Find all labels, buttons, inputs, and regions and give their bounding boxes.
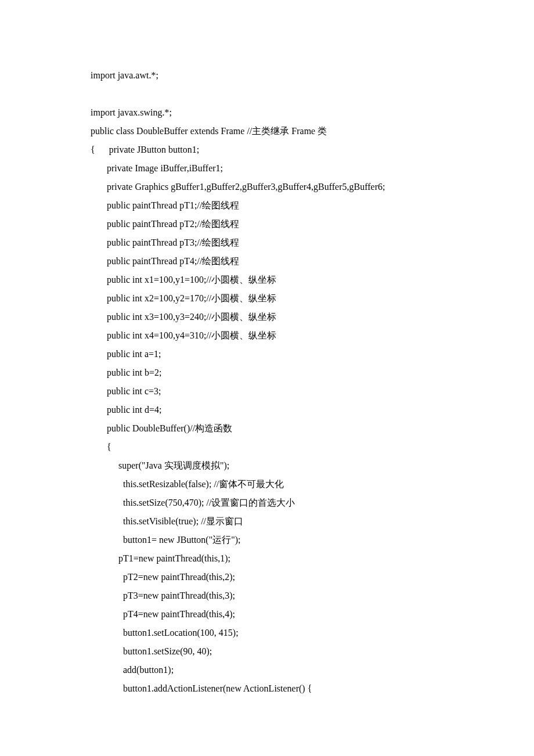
code-line: public paintThread pT4;//绘图线程 <box>91 252 443 271</box>
blank-line <box>91 85 443 103</box>
code-line: pT1=new paintThread(this,1); <box>91 549 443 568</box>
code-line: public int x1=100,y1=100;//小圆横、纵坐标 <box>91 271 443 289</box>
code-line: button1= new JButton("运行"); <box>91 531 443 549</box>
code-line: { private JButton button1; <box>91 141 443 159</box>
code-line: public paintThread pT2;//绘图线程 <box>91 215 443 233</box>
code-line: this.setVisible(true); //显示窗口 <box>91 512 443 531</box>
code-line: this.setResizable(false); //窗体不可最大化 <box>91 475 443 494</box>
code-line: pT3=new paintThread(this,3); <box>91 586 443 605</box>
code-line: import javax.swing.*; <box>91 103 443 122</box>
code-line: super("Java 实现调度模拟"); <box>91 456 443 475</box>
code-line: public int a=1; <box>91 345 443 363</box>
code-line: public int c=3; <box>91 382 443 401</box>
code-line: button1.addActionListener(new ActionList… <box>91 679 443 698</box>
code-line: pT4=new paintThread(this,4); <box>91 605 443 624</box>
code-line: public class DoubleBuffer extends Frame … <box>91 122 443 141</box>
code-line: public paintThread pT3;//绘图线程 <box>91 233 443 252</box>
code-line: public int x3=100,y3=240;//小圆横、纵坐标 <box>91 308 443 326</box>
code-line: public DoubleBuffer()//构造函数 <box>91 419 443 438</box>
code-line: public int x2=100,y2=170;//小圆横、纵坐标 <box>91 289 443 308</box>
code-line: add(button1); <box>91 661 443 679</box>
code-line: public int b=2; <box>91 363 443 382</box>
code-line: private Image iBuffer,iBuffer1; <box>91 159 443 178</box>
code-line: button1.setSize(90, 40); <box>91 642 443 661</box>
code-line: import java.awt.*; <box>91 66 443 85</box>
document-page: import java.awt.*; import javax.swing.*;… <box>0 0 534 756</box>
code-line: private Graphics gBuffer1,gBuffer2,gBuff… <box>91 178 443 196</box>
code-line: { <box>91 438 443 456</box>
code-line: public int x4=100,y4=310;//小圆横、纵坐标 <box>91 326 443 345</box>
code-line: public paintThread pT1;//绘图线程 <box>91 196 443 215</box>
code-line: this.setSize(750,470); //设置窗口的首选大小 <box>91 494 443 512</box>
code-line: pT2=new paintThread(this,2); <box>91 568 443 586</box>
code-line: button1.setLocation(100, 415); <box>91 624 443 642</box>
code-line: public int d=4; <box>91 401 443 419</box>
